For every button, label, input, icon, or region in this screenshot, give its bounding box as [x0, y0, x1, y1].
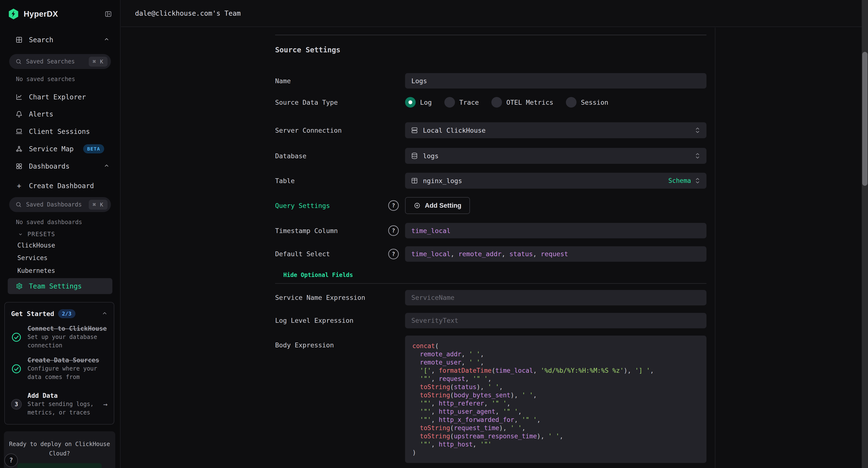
- preset-item-kubernetes[interactable]: Kubernetes: [18, 265, 110, 276]
- search-section-icon: [16, 36, 23, 43]
- sidebar-item-client-sessions[interactable]: Client Sessions: [16, 126, 110, 137]
- table-label: Table: [275, 177, 405, 184]
- select-chevrons-icon: [694, 176, 701, 185]
- radio-session[interactable]: Session: [566, 97, 608, 108]
- sidebar-item-alerts[interactable]: Alerts: [16, 108, 110, 120]
- presets-toggle[interactable]: PRESETS: [18, 230, 55, 239]
- chevron-up-icon[interactable]: [102, 311, 107, 317]
- radio-label: OTEL Metrics: [506, 99, 553, 106]
- timestamp-column-label: Timestamp Column ?: [275, 227, 405, 234]
- check-circle-icon: [11, 363, 22, 374]
- service-name-label: Service Name Expression: [275, 294, 405, 301]
- code-line: ): [412, 448, 699, 457]
- help-circle-icon[interactable]: ?: [388, 249, 399, 259]
- add-setting-button[interactable]: Add Setting: [405, 197, 470, 214]
- laptop-icon: [16, 128, 23, 135]
- collapse-sidebar-icon[interactable]: [105, 10, 112, 18]
- create-dashboard-label: Create Dashboard: [29, 182, 94, 190]
- code-line: '"', http_host, '"': [412, 440, 699, 448]
- saved-dashboards-placeholder: Saved Dashboards: [26, 201, 82, 208]
- source-data-type-label: Source Data Type: [275, 99, 405, 106]
- radio-trace[interactable]: Trace: [444, 97, 479, 108]
- default-select-input[interactable]: time_local, remote_addr, status, request: [405, 246, 707, 262]
- code-line: remote_addr, ' ',: [412, 350, 699, 358]
- page-scrollbar[interactable]: [862, 0, 868, 468]
- get-started-step-3[interactable]: 3Add DataStart sending logs, metrics, or…: [11, 391, 107, 417]
- page-title: Source Settings: [275, 46, 340, 54]
- schema-link[interactable]: Schema: [669, 177, 691, 184]
- code-line: concat(: [412, 342, 699, 350]
- service-name-placeholder: ServiceName: [411, 294, 455, 301]
- help-circle-icon[interactable]: ?: [388, 200, 399, 211]
- server-connection-value: Local ClickHouse: [423, 127, 486, 134]
- bell-icon: [16, 111, 23, 118]
- chevron-up-icon[interactable]: [104, 163, 110, 170]
- sidebar-item-dashboards[interactable]: Dashboards: [16, 160, 110, 172]
- hide-optional-fields-link[interactable]: Hide Optional Fields: [283, 272, 353, 279]
- get-started-card: Get Started 2/3 Connect to ClickHouseSet…: [4, 302, 114, 425]
- help-button[interactable]: ?: [4, 454, 18, 467]
- saved-dashboards-input[interactable]: Saved Dashboards ⌘ K: [9, 197, 111, 212]
- radio-circle[interactable]: [405, 97, 416, 108]
- database-label: Database: [275, 152, 405, 160]
- chevron-up-icon[interactable]: [104, 36, 110, 44]
- get-started-header[interactable]: Get Started 2/3: [11, 309, 107, 318]
- code-line: '[', formatDateTime(time_local, '%d/%b/%…: [412, 367, 699, 375]
- get-started-title: Get Started: [11, 310, 54, 318]
- form-divider: [275, 283, 707, 284]
- step-title: Add Data: [28, 391, 96, 400]
- progress-badge: 2/3: [58, 309, 75, 318]
- radio-circle[interactable]: [491, 97, 502, 108]
- sidebar-item-label: Chart Explorer: [29, 93, 86, 101]
- radio-otel-metrics[interactable]: OTEL Metrics: [491, 97, 553, 108]
- database-value: logs: [423, 152, 439, 160]
- radio-log[interactable]: Log: [405, 97, 432, 108]
- database-select[interactable]: logs: [405, 148, 707, 164]
- get-started-free-button[interactable]: Get Started for Free: [18, 463, 102, 468]
- get-started-step-2[interactable]: Create Data SourcesConfigure where your …: [11, 356, 107, 381]
- body-expression-editor[interactable]: concat( remote_addr, ' ', remote_user, '…: [405, 335, 707, 463]
- database-icon: [411, 152, 418, 159]
- scrollbar-thumb[interactable]: [862, 52, 868, 186]
- preset-item-clickhouse[interactable]: ClickHouse: [18, 240, 110, 251]
- promo-text: Ready to deploy on ClickHouse Cloud?: [9, 440, 111, 458]
- shortcut-badge: ⌘ K: [89, 57, 107, 66]
- table-icon: [411, 177, 418, 184]
- help-circle-icon[interactable]: ?: [388, 225, 399, 236]
- step-number-badge: 3: [11, 399, 22, 410]
- get-started-step-1[interactable]: Connect to ClickHouseSet up your databas…: [11, 324, 107, 350]
- server-connection-select[interactable]: Local ClickHouse: [405, 122, 707, 138]
- service-name-input[interactable]: ServiceName: [405, 290, 707, 305]
- sidebar-item-create-dashboard[interactable]: + Create Dashboard: [16, 180, 110, 192]
- content-right-border: [715, 28, 715, 468]
- radio-label: Session: [581, 99, 608, 106]
- radio-circle[interactable]: [444, 97, 455, 108]
- name-input[interactable]: Logs: [405, 73, 707, 89]
- sidebar-item-team-settings[interactable]: Team Settings: [8, 278, 112, 294]
- table-select[interactable]: nginx_logs Schema: [405, 173, 707, 188]
- clickhouse-cloud-promo: Ready to deploy on ClickHouse Cloud? Get…: [4, 431, 115, 468]
- step-title: Create Data Sources: [28, 356, 107, 364]
- sidebar-item-label: Dashboards: [29, 163, 70, 170]
- search-section-label: Search: [29, 36, 53, 44]
- no-saved-dashboards-note: No saved dashboards: [16, 219, 82, 226]
- log-level-input[interactable]: SeverityText: [405, 313, 707, 328]
- arrow-right-icon[interactable]: →: [103, 400, 107, 408]
- step-description: Set up your database connection: [28, 333, 107, 350]
- gear-icon: [16, 283, 23, 290]
- saved-searches-placeholder: Saved Searches: [26, 58, 75, 65]
- sidebar-section-search[interactable]: Search: [16, 34, 110, 45]
- saved-searches-input[interactable]: Saved Searches ⌘ K: [9, 54, 111, 69]
- database-row: Database logs: [275, 148, 707, 164]
- radio-circle[interactable]: [566, 97, 577, 108]
- sidebar-item-chart-explorer[interactable]: Chart Explorer: [16, 91, 110, 103]
- query-settings-row: Query Settings ? Add Setting: [275, 197, 707, 214]
- beta-badge: BETA: [83, 144, 104, 153]
- server-connection-label: Server Connection: [275, 127, 405, 134]
- body-expression-row: Body Expression concat( remote_addr, ' '…: [275, 335, 707, 463]
- chevron-down-icon: [18, 232, 23, 237]
- sidebar-item-service-map[interactable]: Service MapBETA: [16, 143, 110, 155]
- code-line: '"', http_referer, '" ',: [412, 399, 699, 407]
- timestamp-column-input[interactable]: time_local: [405, 223, 707, 238]
- preset-item-services[interactable]: Services: [18, 253, 110, 263]
